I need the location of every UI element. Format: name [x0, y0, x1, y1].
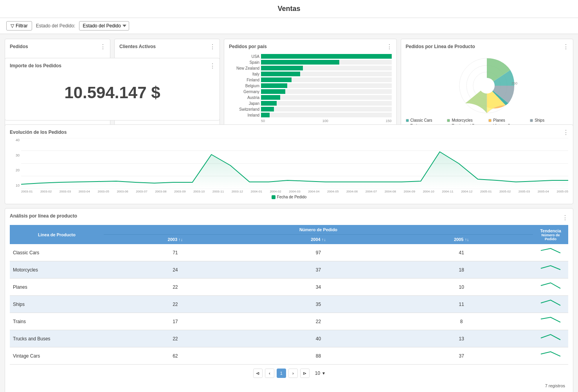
trend-sparkline — [539, 315, 562, 326]
th-numero-pedido: Número de Pedido — [104, 225, 533, 235]
x-axis-label: 2004-09 — [404, 190, 415, 193]
trend-sparkline — [539, 246, 562, 257]
year2003-cell: 22 — [104, 296, 247, 313]
pedidos-title: Pedidos — [10, 44, 105, 49]
trend-sparkline — [539, 333, 562, 343]
bar-track — [261, 95, 392, 100]
bar-label: Spain — [229, 60, 259, 65]
page-1-btn[interactable]: 1 — [277, 369, 286, 378]
trend-cell — [533, 330, 568, 347]
trend-cell — [533, 261, 568, 279]
analysis-title: Análisis por línea de producto — [10, 213, 77, 219]
x-axis-label: 2004-01 — [251, 190, 262, 193]
filter-icon: ▽ — [11, 23, 14, 29]
polar-chart-wrapper: 250 Classic CarsMotorcyclesPlanesShipsTr… — [406, 52, 569, 128]
bar-track — [261, 54, 392, 59]
y-axis-30: 30 — [10, 153, 20, 157]
page-prev-btn[interactable]: ‹ — [265, 369, 274, 378]
y-axis-10: 10 — [10, 183, 20, 187]
x-axis-label: 2003-12 — [232, 190, 243, 193]
polar-legend-item: Planes — [488, 118, 527, 122]
year2005-cell: 37 — [390, 347, 533, 365]
th-tendencia: Tendencia Número de Pedido — [533, 225, 568, 244]
year2004-cell: 22 — [247, 313, 390, 330]
bar-label: New Zealand — [229, 66, 259, 70]
card-menu-clientes[interactable]: ⋮ — [209, 43, 216, 50]
x-axis-label: 2004-06 — [346, 190, 358, 193]
importe-title: Importe de los Pedidos — [10, 63, 215, 68]
bar-track — [261, 60, 392, 65]
year2005-cell: 8 — [390, 313, 533, 330]
evolution-line-chart — [21, 138, 568, 189]
page-next-btn[interactable]: › — [288, 369, 298, 378]
trend-sparkline — [539, 264, 562, 275]
importe-value: 10.594.147 $ — [10, 72, 215, 114]
x-axis-label: 2004-11 — [442, 190, 453, 193]
bar-row: USA — [229, 54, 392, 59]
x-axis-label: 2003-11 — [212, 190, 224, 193]
evolucion-title: Evolución de los Pedidos — [10, 129, 568, 135]
bar-label: USA — [229, 54, 259, 59]
y-axis-40: 40 — [10, 138, 20, 142]
th-2003[interactable]: 2003 ↑↓ — [104, 235, 247, 245]
bar-label: Belgium — [229, 84, 259, 88]
x-axis-label: 2004-07 — [366, 190, 377, 193]
card-menu-pedidos[interactable]: ⋮ — [100, 43, 106, 50]
bar-track — [261, 83, 392, 88]
bar-fill — [261, 60, 339, 65]
filter-label: Filtrar — [16, 23, 28, 29]
bar-label: Germany — [229, 90, 259, 94]
year2004-cell: 40 — [247, 330, 390, 347]
year2004-cell: 35 — [247, 296, 390, 313]
analysis-card: Análisis por línea de producto ⋮ Linea d… — [5, 208, 573, 392]
table-row: Ships 22 35 11 — [10, 296, 568, 313]
year2004-cell: 37 — [247, 261, 390, 279]
page-first-btn[interactable]: ⊲ — [253, 369, 263, 378]
card-menu-analysis[interactable]: ⋮ — [562, 214, 568, 221]
year2003-cell: 62 — [104, 347, 247, 365]
card-menu-linea[interactable]: ⋮ — [563, 43, 569, 50]
bar-fill — [261, 54, 392, 59]
polar-legend-item: Motorcycles — [447, 118, 485, 122]
x-axis-label: 2003-01 — [21, 190, 32, 193]
bar-chart: USA Spain New Zealand Italy Finland Belg… — [229, 52, 392, 131]
card-menu-evolucion[interactable]: ⋮ — [563, 129, 569, 136]
bar-row: Belgium — [229, 83, 392, 88]
card-menu-pais[interactable]: ⋮ — [386, 43, 393, 50]
bar-row: Japan — [229, 101, 392, 106]
product-cell: Vintage Cars — [10, 347, 104, 365]
table-row: Planes 22 34 10 — [10, 279, 568, 296]
y-axis-20: 20 — [10, 168, 20, 172]
product-cell: Trucks and Buses — [10, 330, 104, 347]
bar-fill — [261, 77, 292, 82]
x-axis-label: 2005-01 — [480, 190, 492, 193]
filter-button[interactable]: ▽ Filtrar — [6, 21, 32, 31]
svg-text:250: 250 — [511, 81, 517, 85]
year2003-cell: 17 — [104, 313, 247, 330]
polar-chart: 250 — [448, 52, 526, 115]
trend-sparkline — [539, 298, 562, 309]
product-cell: Classic Cars — [10, 244, 104, 261]
bar-track — [261, 66, 392, 70]
th-2005[interactable]: 2005 ↑↓ — [390, 235, 533, 245]
table-row: Motorcycles 24 37 18 — [10, 261, 568, 279]
order-status-select[interactable]: Estado del Pedido Shipped Resolved Cance… — [79, 21, 129, 31]
polar-legend-item: Classic Cars — [406, 118, 444, 122]
bar-track — [261, 77, 392, 82]
per-page-dropdown-icon[interactable]: ▾ — [322, 370, 325, 376]
bar-label: Austria — [229, 95, 259, 100]
bar-row: Austria — [229, 95, 392, 100]
bar-label: Ireland — [229, 113, 259, 117]
x-axis-label: 2003-05 — [98, 190, 109, 193]
x-axis-label: 2005-05 — [557, 190, 568, 193]
card-menu-importe[interactable]: ⋮ — [209, 62, 216, 70]
product-cell: Planes — [10, 279, 104, 296]
page-last-btn[interactable]: ⊳ — [300, 369, 310, 378]
pedidos-pais-title: Pedidos por país — [229, 44, 392, 49]
year2003-cell: 71 — [104, 244, 247, 261]
bar-label: Finland — [229, 78, 259, 82]
th-2004[interactable]: 2004 ↑↓ — [247, 235, 390, 245]
bar-fill — [261, 95, 280, 100]
x-axis-label: 2005-04 — [538, 190, 549, 193]
bar-fill — [261, 83, 287, 88]
